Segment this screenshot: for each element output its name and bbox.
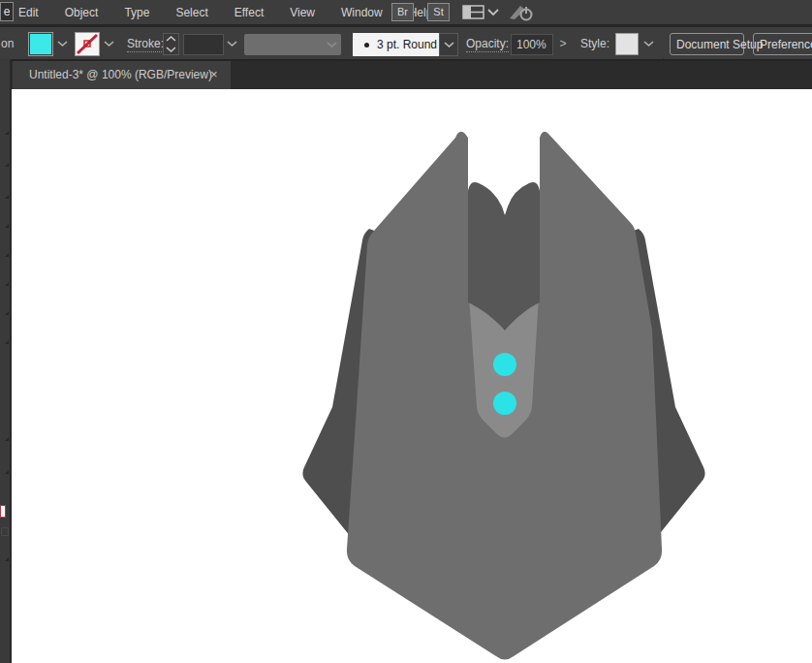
style-label[interactable]: Style: [580, 37, 609, 51]
menu-items: Edit Object Type Select Effect View Wind… [18, 0, 432, 24]
artboard-canvas[interactable] [12, 89, 812, 663]
mouse-illustration[interactable] [12, 89, 812, 663]
stroke-weight-stepper[interactable] [163, 33, 179, 55]
selection-label-partial: on [1, 37, 14, 50]
gpu-power-icon[interactable] [506, 2, 535, 22]
brush-definition-value: 3 pt. Round [377, 38, 437, 51]
stroke-chevron-icon[interactable] [104, 41, 114, 47]
led-dot-top[interactable] [493, 353, 516, 376]
menu-item-view[interactable]: View [290, 6, 315, 19]
opacity-label[interactable]: Opacity: [466, 37, 509, 52]
brush-preview-dot-icon [364, 43, 369, 47]
led-dot-bottom[interactable] [493, 392, 516, 415]
tool-corner-mark [5, 340, 9, 344]
tool-corner-mark [5, 282, 9, 286]
workspace-chevron-icon[interactable] [487, 9, 499, 16]
tool-corner-mark [5, 470, 9, 474]
menu-item-file-partial[interactable]: e [0, 2, 14, 21]
control-bar: on Stroke: [0, 27, 812, 59]
brush-definition-combobox[interactable]: 3 pt. Round [353, 33, 439, 56]
tools-panel-sliver[interactable] [0, 59, 12, 663]
styles-panel-button[interactable]: St [427, 3, 450, 21]
menu-item-select[interactable]: Select [175, 6, 207, 19]
tool-corner-mark [5, 131, 9, 135]
tool-corner-mark [5, 224, 9, 228]
mouse-center-channel[interactable] [468, 182, 540, 331]
tool-corner-mark [5, 557, 9, 561]
workspace-switcher-icon[interactable] [462, 5, 484, 19]
brushes-panel-button[interactable]: Br [391, 3, 414, 21]
opacity-more-button[interactable]: > [555, 34, 571, 55]
menu-item-type[interactable]: Type [124, 6, 149, 19]
menu-bar: e Edit Object Type Select Effect View Wi… [0, 0, 812, 24]
document-setup-button[interactable]: Document Setup [670, 33, 744, 55]
fill-chevron-icon[interactable] [57, 41, 68, 47]
tab-close-icon[interactable]: × [210, 67, 218, 81]
document-tab-title: Untitled-3* @ 100% (RGB/Preview) [29, 68, 212, 81]
tool-corner-mark [5, 437, 9, 441]
opacity-field[interactable] [511, 34, 553, 55]
illustrator-window: e Edit Object Type Select Effect View Wi… [0, 0, 812, 663]
brush-chevron-icon [444, 42, 454, 48]
document-tab[interactable]: Untitled-3* @ 100% (RGB/Preview) × [13, 61, 231, 89]
width-profile-dropdown[interactable] [244, 34, 341, 55]
stroke-weight-label[interactable]: Stroke: [127, 37, 164, 52]
brush-definition-chevron[interactable] [439, 33, 458, 56]
tools-color-box-sliver [1, 527, 9, 536]
tool-corner-mark [5, 311, 9, 315]
menu-item-window[interactable]: Window [341, 6, 383, 19]
stroke-weight-chevron-icon[interactable] [227, 41, 237, 47]
menu-item-effect[interactable]: Effect [234, 6, 264, 19]
tool-corner-mark [5, 163, 9, 167]
stroke-color-swatch[interactable] [75, 32, 100, 56]
style-chevron-icon[interactable] [643, 41, 654, 47]
fill-color-swatch[interactable] [28, 32, 53, 56]
tool-corner-mark [5, 195, 9, 199]
stroke-weight-field[interactable] [183, 34, 224, 55]
menu-item-object[interactable]: Object [65, 6, 99, 19]
width-profile-chevron-icon [327, 42, 337, 48]
style-swatch[interactable] [615, 33, 639, 55]
preferences-button[interactable]: Preferences [753, 33, 812, 55]
tool-corner-mark [5, 253, 9, 257]
tools-stroke-swatch-sliver[interactable] [0, 505, 6, 518]
menu-item-edit[interactable]: Edit [18, 6, 39, 19]
